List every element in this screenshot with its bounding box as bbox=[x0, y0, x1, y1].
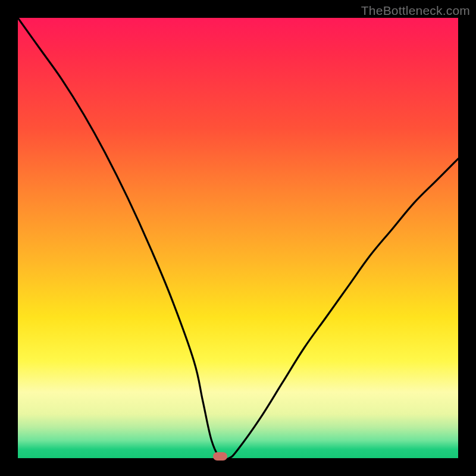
optimal-point-marker bbox=[213, 452, 227, 461]
chart-frame: TheBottleneck.com bbox=[0, 0, 476, 476]
bottleneck-curve bbox=[18, 18, 458, 458]
watermark-text: TheBottleneck.com bbox=[361, 4, 470, 18]
